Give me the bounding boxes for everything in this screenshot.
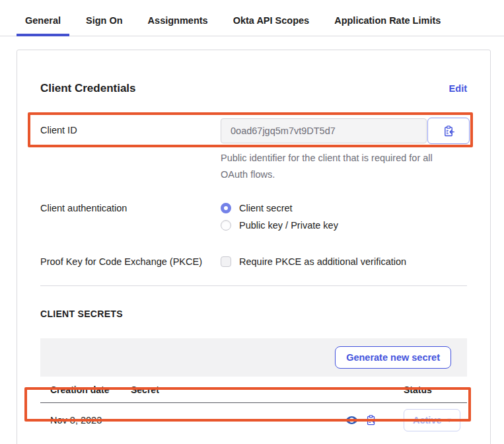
secret-value-cell: ••••••••••••••••••••••••••••••••••••••••… — [131, 415, 365, 426]
tab-assignments[interactable]: Assignments — [139, 15, 217, 36]
client-authentication-row: Client authentication Client secret Publ… — [40, 196, 467, 231]
copy-secret-button[interactable] — [365, 414, 377, 426]
pkce-row: Proof Key for Code Exchange (PKCE) Requi… — [40, 251, 467, 267]
pkce-options: Require PKCE as additional verification — [221, 251, 406, 267]
status-dropdown-button[interactable]: Active ▾ — [404, 409, 460, 431]
header-status: Status — [404, 385, 467, 395]
client-secrets-title: CLIENT SECRETS — [40, 309, 467, 319]
client-authentication-options: Client secret Public key / Private key — [221, 196, 338, 231]
generate-new-secret-button[interactable]: Generate new secret — [335, 346, 451, 369]
client-secrets-toolbar: Generate new secret — [40, 338, 467, 377]
general-settings-card: Client Credentials Edit Client ID — [17, 50, 491, 444]
radio-option-client-secret[interactable]: Client secret — [221, 203, 338, 213]
header-creation-date: Creation date — [50, 385, 131, 395]
checkbox-unchecked-icon[interactable] — [221, 256, 231, 267]
client-credentials-header: Client Credentials Edit — [40, 50, 467, 96]
tab-general[interactable]: General — [17, 15, 69, 36]
eye-icon — [345, 416, 358, 425]
status-label: Active — [413, 415, 442, 426]
client-id-help-line1: Public identifier for the client that is… — [221, 150, 467, 166]
tab-okta-api-scopes[interactable]: Okta API Scopes — [225, 15, 318, 36]
header-secret: Secret — [131, 385, 365, 395]
clipboard-copy-icon — [365, 414, 377, 426]
secret-table-row: Nov 8, 2023 ••••••••••••••••••••••••••••… — [40, 403, 467, 437]
masked-secret-value: ••••••••••••••••••••••••••••••••••••••••… — [131, 415, 336, 426]
client-id-help-line2: OAuth flows. — [221, 166, 467, 183]
radio-selected-icon[interactable] — [221, 203, 231, 213]
tab-application-rate-limits[interactable]: Application Rate Limits — [326, 15, 449, 36]
pkce-option-label: Require PKCE as additional verification — [239, 256, 406, 267]
radio-option-public-private-key-label: Public key / Private key — [239, 220, 338, 231]
tab-bar: General Sign On Assignments Okta API Sco… — [0, 0, 504, 36]
copy-client-id-button[interactable] — [427, 118, 470, 144]
client-id-input[interactable] — [221, 118, 427, 143]
status-cell: Active ▾ — [404, 409, 467, 431]
clipboard-copy-icon — [443, 125, 455, 137]
client-credentials-title: Client Credentials — [40, 81, 136, 96]
tab-sign-on[interactable]: Sign On — [77, 15, 131, 36]
chevron-down-icon: ▾ — [448, 416, 451, 424]
secrets-table-header: Creation date Secret Status — [40, 377, 467, 403]
client-authentication-label: Client authentication — [40, 196, 221, 213]
client-id-row: Client ID — [40, 118, 467, 144]
okta-app-settings-page: General Sign On Assignments Okta API Sco… — [0, 0, 504, 444]
radio-option-client-secret-label: Client secret — [239, 203, 293, 213]
client-id-label: Client ID — [40, 118, 221, 135]
client-id-help-text: Public identifier for the client that is… — [221, 150, 467, 183]
client-id-group — [221, 118, 470, 144]
reveal-secret-button[interactable] — [345, 416, 358, 425]
pkce-label: Proof Key for Code Exchange (PKCE) — [40, 251, 221, 267]
section-divider — [40, 285, 467, 286]
secret-creation-date: Nov 8, 2023 — [50, 415, 131, 426]
radio-unselected-icon[interactable] — [221, 220, 231, 231]
copy-secret-cell — [365, 414, 404, 426]
pkce-checkbox-option[interactable]: Require PKCE as additional verification — [221, 256, 406, 267]
edit-link[interactable]: Edit — [449, 83, 467, 94]
radio-option-public-private-key[interactable]: Public key / Private key — [221, 220, 338, 231]
